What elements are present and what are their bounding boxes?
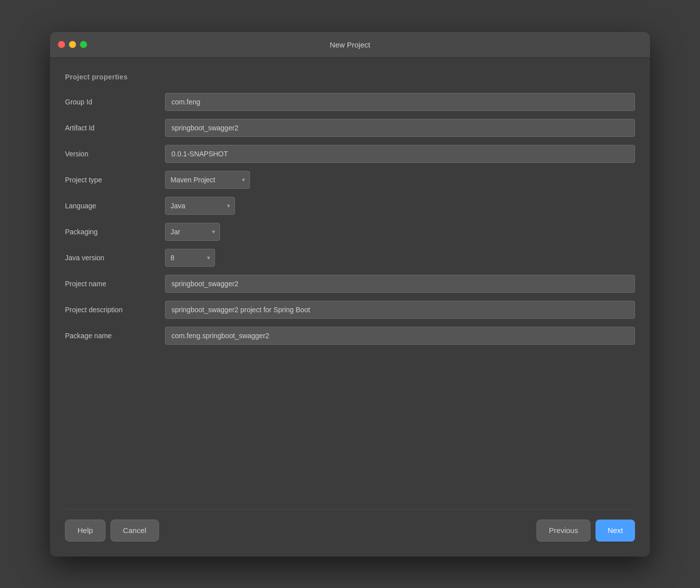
group-id-row: Group Id — [65, 93, 635, 111]
traffic-lights — [58, 41, 87, 48]
version-input[interactable] — [165, 145, 635, 163]
packaging-row: Packaging Jar War — [65, 223, 635, 241]
project-name-input[interactable] — [165, 275, 635, 293]
language-row: Language Java Kotlin Groovy — [65, 197, 635, 215]
project-name-label: Project name — [65, 280, 165, 288]
artifact-id-label: Artifact Id — [65, 124, 165, 132]
package-name-row: Package name — [65, 327, 635, 345]
packaging-label: Packaging — [65, 228, 165, 236]
maximize-button[interactable] — [80, 41, 87, 48]
java-version-label: Java version — [65, 254, 165, 262]
next-button[interactable]: Next — [596, 520, 635, 542]
language-select-wrapper: Java Kotlin Groovy — [165, 197, 235, 215]
previous-button[interactable]: Previous — [536, 520, 590, 542]
group-id-label: Group Id — [65, 98, 165, 106]
help-button[interactable]: Help — [65, 520, 106, 542]
minimize-button[interactable] — [69, 41, 76, 48]
package-name-label: Package name — [65, 332, 165, 340]
packaging-select-wrapper: Jar War — [165, 223, 220, 241]
project-type-label: Project type — [65, 176, 165, 184]
project-type-select[interactable]: Maven Project Gradle Project — [165, 171, 250, 189]
footer: Help Cancel Previous Next — [65, 509, 635, 547]
java-version-row: Java version 8 11 17 21 — [65, 249, 635, 267]
artifact-id-input[interactable] — [165, 119, 635, 137]
content-area: Project properties Group Id Artifact Id … — [50, 58, 650, 557]
version-row: Version — [65, 145, 635, 163]
project-name-row: Project name — [65, 275, 635, 293]
new-project-window: New Project Project properties Group Id … — [50, 32, 650, 557]
java-version-select[interactable]: 8 11 17 21 — [165, 249, 215, 267]
title-bar: New Project — [50, 32, 650, 58]
cancel-button[interactable]: Cancel — [110, 520, 159, 542]
close-button[interactable] — [58, 41, 65, 48]
form-area: Group Id Artifact Id Version Project typ… — [65, 93, 635, 499]
java-version-select-wrapper: 8 11 17 21 — [165, 249, 215, 267]
packaging-select[interactable]: Jar War — [165, 223, 220, 241]
language-select[interactable]: Java Kotlin Groovy — [165, 197, 235, 215]
project-description-row: Project description — [65, 301, 635, 319]
project-description-label: Project description — [65, 306, 165, 314]
group-id-input[interactable] — [165, 93, 635, 111]
footer-left: Help Cancel — [65, 520, 159, 542]
language-label: Language — [65, 202, 165, 210]
artifact-id-row: Artifact Id — [65, 119, 635, 137]
version-label: Version — [65, 150, 165, 158]
project-description-input[interactable] — [165, 301, 635, 319]
footer-right: Previous Next — [536, 520, 635, 542]
window-title: New Project — [330, 40, 370, 49]
section-title: Project properties — [65, 73, 635, 81]
project-type-row: Project type Maven Project Gradle Projec… — [65, 171, 635, 189]
package-name-input[interactable] — [165, 327, 635, 345]
project-type-select-wrapper: Maven Project Gradle Project — [165, 171, 250, 189]
